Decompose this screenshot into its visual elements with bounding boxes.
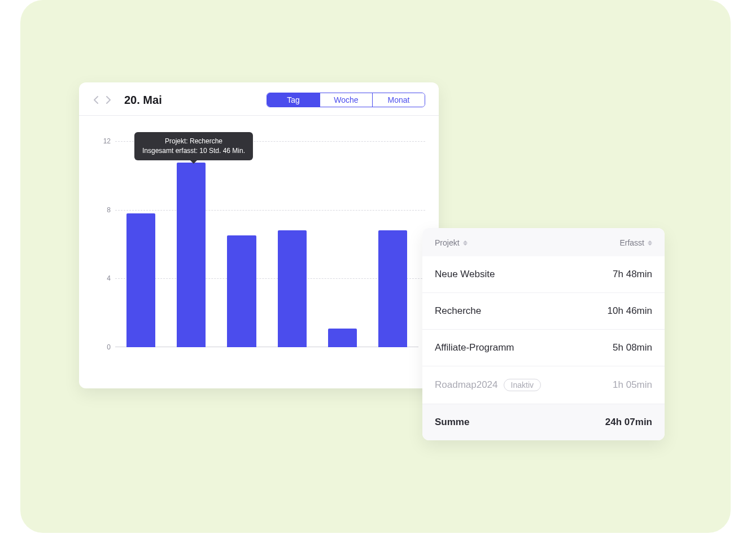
chart-body: 12 8 4 0 Projekt: Recherche Insgesamt er…	[79, 116, 439, 386]
app-canvas: 20. Mai Tag Woche Monat 12 8 4 0	[20, 0, 731, 533]
chart-card: 20. Mai Tag Woche Monat 12 8 4 0	[79, 82, 439, 388]
tab-woche[interactable]: Woche	[320, 93, 372, 107]
next-button[interactable]	[105, 95, 112, 105]
y-tick: 12	[103, 137, 111, 145]
tooltip-line1: Projekt: Recherche	[142, 137, 245, 146]
date-label: 20. Mai	[124, 94, 162, 107]
table-row[interactable]: Neue Website7h 48min	[422, 256, 665, 293]
column-header-projekt[interactable]: Projekt	[435, 238, 468, 247]
table-body: Neue Website7h 48minRecherche10h 46minAf…	[422, 256, 665, 404]
bar[interactable]	[328, 329, 357, 347]
row-name: Neue Website	[435, 269, 495, 280]
row-name: Recherche	[435, 305, 481, 317]
chart-plot: 12 8 4 0 Projekt: Recherche Insgesamt er…	[93, 133, 425, 347]
total-value: 24h 07min	[605, 417, 652, 428]
project-name: Roadmap2024	[435, 379, 498, 391]
sort-icon	[463, 240, 468, 246]
chevron-right-icon	[106, 96, 111, 104]
tracked-value: 10h 46min	[608, 305, 652, 317]
chevron-left-icon	[94, 96, 98, 104]
status-badge: Inaktiv	[504, 379, 541, 391]
table-row[interactable]: Recherche10h 46min	[422, 293, 665, 330]
bar[interactable]	[378, 230, 407, 347]
bar[interactable]	[126, 213, 155, 347]
prev-button[interactable]	[93, 95, 99, 105]
tab-monat[interactable]: Monat	[372, 93, 425, 107]
y-axis: 12 8 4 0	[93, 133, 115, 347]
y-tick: 8	[107, 206, 111, 214]
plot-area	[115, 133, 418, 347]
chart-header-left: 20. Mai	[93, 94, 162, 107]
chart-header: 20. Mai Tag Woche Monat	[79, 82, 439, 116]
row-name: Affiliate-Programm	[435, 342, 514, 353]
total-label: Summe	[435, 417, 469, 428]
column-label: Projekt	[435, 238, 460, 247]
tracked-value: 5h 08min	[613, 342, 652, 353]
bars-container	[115, 133, 418, 347]
column-label: Erfasst	[619, 238, 644, 247]
chart-tooltip: Projekt: Recherche Insgesamt erfasst: 10…	[134, 132, 253, 161]
y-tick: 4	[107, 274, 111, 282]
tracked-value: 7h 48min	[613, 269, 652, 280]
range-toggle: Tag Woche Monat	[267, 93, 425, 107]
bar[interactable]	[227, 235, 256, 347]
project-name: Neue Website	[435, 269, 495, 280]
project-table: Projekt Erfasst Neue Website7h 48minRech…	[422, 228, 665, 440]
y-tick: 0	[107, 343, 111, 351]
table-row[interactable]: Roadmap2024Inaktiv1h 05min	[422, 366, 665, 404]
sort-icon	[648, 240, 652, 246]
table-row[interactable]: Affiliate-Programm5h 08min	[422, 330, 665, 366]
bar[interactable]	[278, 230, 307, 347]
row-name: Roadmap2024Inaktiv	[435, 379, 541, 391]
project-name: Recherche	[435, 305, 481, 317]
table-head: Projekt Erfasst	[422, 228, 665, 256]
bar[interactable]	[177, 163, 206, 347]
tracked-value: 1h 05min	[613, 379, 652, 391]
table-total-row: Summe 24h 07min	[422, 404, 665, 440]
column-header-erfasst[interactable]: Erfasst	[619, 238, 652, 247]
project-name: Affiliate-Programm	[435, 342, 514, 353]
date-nav	[93, 95, 112, 105]
tooltip-line2: Insgesamt erfasst: 10 Std. 46 Min.	[142, 146, 245, 156]
tab-tag[interactable]: Tag	[267, 93, 320, 107]
